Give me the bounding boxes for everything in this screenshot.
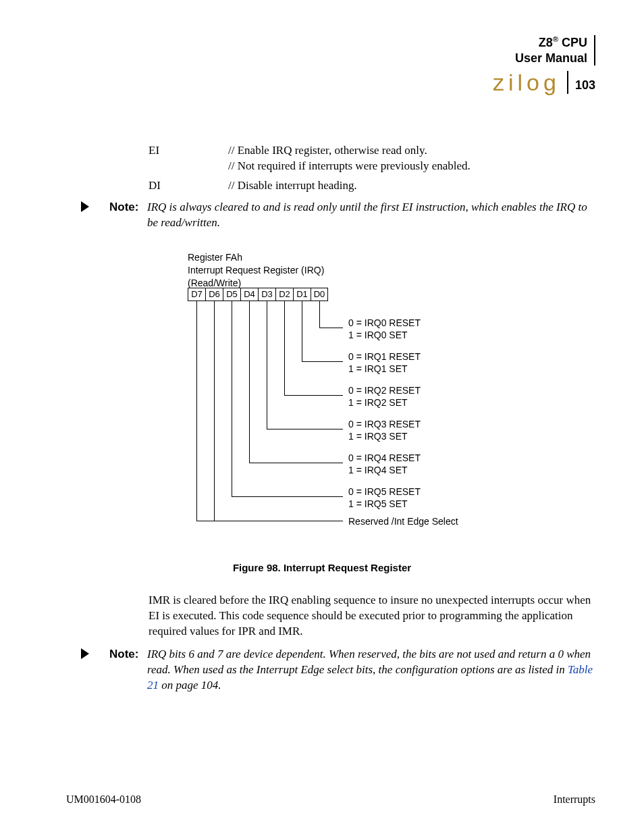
- bit-label: 0 = IRQ4 RESET1 = IRQ4 SET: [348, 452, 421, 476]
- wire: [302, 361, 343, 362]
- wire: [267, 301, 267, 429]
- title-line2: User Manual: [493, 51, 587, 66]
- code-comment: // Disable interrupt heading.: [228, 178, 357, 194]
- wire: [267, 429, 343, 429]
- bit-cell: D3: [258, 288, 275, 301]
- page-header: Z8® CPU User Manual zilog 103: [493, 35, 595, 94]
- note-label: Note:: [109, 200, 138, 215]
- bit-label: 0 = IRQ5 RESET1 = IRQ5 SET: [348, 486, 421, 510]
- note-block: Note: IRQ is always cleared to and is re…: [81, 200, 601, 231]
- register-diagram: Register FAh Interrupt Request Register …: [188, 251, 498, 558]
- doc-title: Z8® CPU User Manual: [493, 35, 595, 66]
- wire: [284, 301, 285, 396]
- code-row: EI // Enable IRQ register, otherwise rea…: [149, 143, 601, 174]
- note-marker-icon: [81, 648, 89, 659]
- mnemonic: EI: [149, 143, 228, 174]
- zilog-logo: zilog: [493, 71, 568, 94]
- title-prefix: Z8: [539, 36, 553, 49]
- title-sup: ®: [553, 35, 558, 43]
- wire: [319, 328, 343, 328]
- bit-cell: D2: [275, 288, 293, 301]
- code-row: DI // Disable interrupt heading.: [149, 178, 601, 194]
- code-block: EI // Enable IRQ register, otherwise rea…: [149, 143, 601, 198]
- bit-cell: D0: [311, 288, 328, 301]
- note-text: IRQ bits 6 and 7 are device dependent. W…: [147, 647, 601, 694]
- note-block: Note: IRQ bits 6 and 7 are device depend…: [81, 647, 601, 694]
- bit-label: Reserved /Int Edge Select: [348, 516, 458, 528]
- note-label: Note:: [109, 647, 138, 662]
- bit-label: 0 = IRQ2 RESET1 = IRQ2 SET: [348, 385, 421, 409]
- wire: [319, 301, 320, 328]
- title-suffix: CPU: [558, 36, 587, 49]
- wire: [249, 463, 343, 463]
- figure-caption: Figure 98. Interrupt Request Register: [0, 562, 644, 573]
- bit-cell: D5: [223, 288, 240, 301]
- wire: [214, 301, 215, 521]
- bit-label: 0 = IRQ0 RESET1 = IRQ0 SET: [348, 317, 421, 341]
- mnemonic: DI: [149, 178, 228, 194]
- bit-label: 0 = IRQ1 RESET1 = IRQ1 SET: [348, 351, 421, 375]
- wire: [196, 301, 197, 521]
- wire: [232, 301, 232, 497]
- wire: [232, 496, 343, 497]
- body-paragraph: IMR is cleared before the IRQ enabling s…: [149, 593, 601, 640]
- bit-row: D7 D6 D5 D4 D3 D2 D1 D0: [188, 288, 328, 301]
- diagram-header: Register FAh Interrupt Request Register …: [188, 251, 498, 290]
- wire: [302, 301, 302, 362]
- page-number: 103: [575, 78, 595, 94]
- wire: [284, 395, 343, 396]
- note-text: IRQ is always cleared to and is read onl…: [147, 200, 601, 231]
- bit-cell: D6: [205, 288, 223, 301]
- bit-cell: D7: [188, 288, 205, 301]
- note-marker-icon: [81, 201, 89, 212]
- wire: [196, 521, 343, 521]
- bit-cell: D1: [293, 288, 311, 301]
- footer-docnum: UM001604-0108: [66, 793, 141, 806]
- code-comment: // Enable IRQ register, otherwise read o…: [228, 143, 471, 174]
- bit-cell: D4: [240, 288, 258, 301]
- footer-section: Interrupts: [554, 793, 595, 806]
- wire: [249, 301, 250, 463]
- bit-label: 0 = IRQ3 RESET1 = IRQ3 SET: [348, 419, 421, 442]
